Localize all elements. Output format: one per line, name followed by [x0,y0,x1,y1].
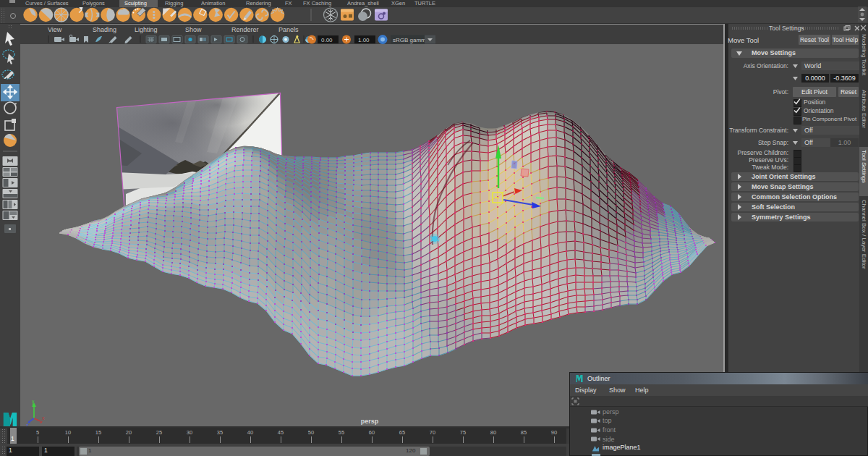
svg-text:persp: persp [361,418,379,425]
svg-text:y: y [32,399,35,405]
svg-text:x: x [42,415,45,421]
svg-text:1.00: 1.00 [358,37,370,43]
svg-text:0.00: 0.00 [321,37,333,43]
svg-text:sRGB gamma: sRGB gamma [393,37,430,43]
